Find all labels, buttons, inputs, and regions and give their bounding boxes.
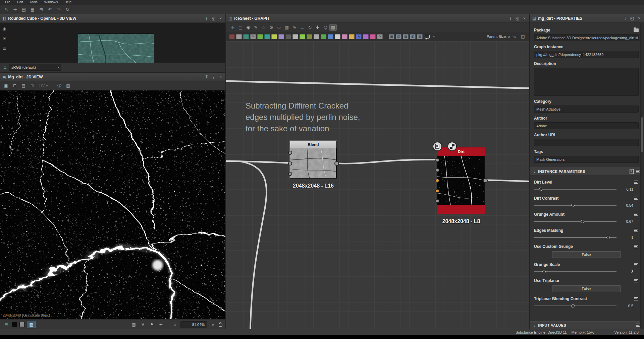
properties-scrollbar[interactable] — [640, 23, 644, 329]
panel-graph-header[interactable]: ◫ IceSheet - GRAPH ↧ ◱ × — [226, 14, 529, 23]
menu-item[interactable]: Tools — [26, 0, 40, 5]
tags-field[interactable]: Mask Generators — [534, 156, 639, 163]
pan-icon[interactable]: ✛ — [158, 322, 164, 328]
parameter-list-icon[interactable] — [636, 170, 641, 174]
sphere-node-icon[interactable] — [264, 34, 270, 39]
gray-swatch[interactable] — [19, 322, 24, 327]
bitmap-node-icon[interactable] — [229, 34, 235, 39]
dirt-level-slider[interactable] — [534, 189, 616, 190]
lock-icon[interactable] — [219, 324, 222, 327]
histogram-icon[interactable]: ▥ — [65, 83, 71, 89]
scene-tree-icon[interactable]: ≣ — [1, 46, 7, 51]
author-url-field[interactable] — [534, 139, 639, 146]
gizmo-tool-icon[interactable]: ✛ — [11, 6, 19, 13]
recompute-icon[interactable]: ↻ — [307, 24, 313, 30]
blend-input-port-2[interactable] — [288, 161, 292, 165]
channels-icon[interactable]: ≣ — [3, 322, 10, 328]
pin-icon[interactable]: ↧ — [204, 75, 209, 79]
slider-handle[interactable] — [571, 304, 575, 308]
close-icon[interactable]: × — [218, 16, 223, 21]
graph-instance-field[interactable]: pkg:///mg_dirt?dependency=1422182659 — [534, 51, 639, 58]
edges-masking-slider[interactable] — [534, 237, 616, 238]
grunge-scale-slider[interactable] — [534, 271, 616, 272]
pan-tool-icon[interactable]: ✛ — [229, 24, 236, 30]
description-textarea[interactable] — [534, 68, 639, 96]
pointer-tool-icon[interactable]: ↖ — [3, 6, 10, 13]
pink-node-icon[interactable] — [342, 34, 347, 39]
float-icon[interactable]: ◱ — [630, 16, 635, 21]
frame-all-icon[interactable]: ▢ — [237, 24, 244, 30]
function-icon[interactable] — [634, 263, 639, 267]
function-icon[interactable] — [634, 180, 639, 184]
menu-item[interactable]: Help — [61, 0, 74, 5]
graph-canvas[interactable]: Subtracting Diffirent Cracked edges mult… — [226, 41, 529, 329]
filter-icon[interactable]: ∇ — [140, 322, 146, 328]
save-image-icon[interactable]: ⊟ — [11, 83, 18, 89]
copy-image-icon[interactable]: ▣ — [3, 83, 9, 89]
grunge-amount-slider[interactable] — [534, 221, 616, 222]
dirt-output-port[interactable] — [483, 178, 488, 183]
grid-toggle-icon[interactable]: ▦ — [130, 322, 137, 328]
redo-icon[interactable]: ↷ — [55, 6, 62, 13]
wire-elbow-icon[interactable]: ∟ — [299, 24, 306, 30]
dirt-input-port-3[interactable] — [435, 179, 439, 183]
function-icon[interactable] — [634, 297, 639, 301]
light-icon[interactable]: ☀ — [1, 36, 7, 41]
panel-2d-header[interactable]: ▣ Mg_dirt - 2D VIEW ↧ ◱ × — [0, 73, 225, 81]
search-icon[interactable]: ◌ — [260, 24, 267, 30]
texture-2d-view[interactable]: 2048x2048 (Grayscale 8bpc) — [0, 90, 225, 319]
camera-icon[interactable]: ◉ — [1, 26, 7, 31]
image-view-toggle[interactable]: ▦ — [27, 321, 36, 328]
float-icon[interactable]: ◱ — [211, 16, 216, 21]
menu-item[interactable]: Windows — [41, 0, 61, 5]
curve-node-icon[interactable] — [300, 34, 305, 39]
author-field[interactable]: Adobe — [534, 122, 639, 129]
link-icon[interactable]: ∞ — [276, 24, 282, 30]
use-custom-grunge-toggle[interactable]: False — [552, 251, 621, 258]
function-icon[interactable] — [634, 228, 639, 232]
slider-handle[interactable] — [606, 236, 610, 239]
slider-handle[interactable] — [581, 220, 584, 223]
crop-node-icon[interactable]: ✕ — [250, 34, 256, 39]
dirt-contrast-slider[interactable] — [534, 205, 616, 206]
close-icon[interactable]: × — [218, 75, 223, 79]
pin-icon[interactable]: ↧ — [204, 16, 209, 21]
link-size-icon[interactable]: ∞ — [512, 33, 518, 40]
menu-item[interactable]: File — [2, 0, 13, 5]
colorspace-select[interactable]: sRGB (default) ▾ — [9, 64, 61, 71]
graph-comment[interactable]: Subtracting Diffirent Cracked edges mult… — [246, 100, 360, 134]
blend-output-port[interactable] — [334, 161, 339, 166]
align-left-icon[interactable]: ▣ — [389, 34, 394, 39]
float-icon[interactable]: ◱ — [211, 75, 216, 79]
open-folder-icon[interactable] — [634, 28, 639, 32]
pin-icon[interactable]: ↧ — [508, 16, 513, 21]
refresh-icon[interactable]: ↻ — [64, 6, 71, 13]
package-field[interactable]: Adobe Substance 3D Designer/resources/pa… — [534, 34, 639, 41]
dirt-input-port-2[interactable] — [435, 168, 439, 172]
violet-node-icon[interactable] — [363, 34, 369, 39]
snapshot-icon[interactable]: ◉ — [245, 24, 252, 30]
tile-node-icon[interactable] — [292, 34, 298, 39]
zoom-level-field[interactable]: 81.04% — [180, 321, 207, 328]
distribute-v-icon[interactable]: ▥ — [417, 34, 423, 39]
levels-node-icon[interactable] — [285, 34, 291, 39]
close-icon[interactable]: × — [637, 16, 642, 21]
flag-icon[interactable]: ⚑ — [149, 322, 155, 328]
uniform-color-node-icon[interactable] — [243, 34, 249, 39]
save-icon[interactable]: ⊟ — [38, 6, 45, 13]
function-icon[interactable] — [634, 245, 639, 249]
black-swatch[interactable] — [12, 322, 17, 327]
panel-3d-header[interactable]: ◧ Rounded Cube - OpenGL - 3D VIEW ↧ ◱ × — [0, 14, 225, 23]
input-values-header[interactable]: ∨ INPUT VALUES — [530, 321, 644, 329]
size-grid-icon[interactable]: ◫ — [520, 33, 526, 40]
category-field[interactable]: Mesh Adaptive — [534, 106, 639, 113]
warp-node-icon[interactable] — [307, 34, 312, 39]
new-package-icon[interactable]: ▤ — [20, 6, 28, 13]
function-icon[interactable] — [634, 279, 639, 283]
use-triplanar-toggle[interactable]: False — [552, 285, 621, 292]
uv-display-dropdown[interactable]: UV ▾ — [38, 83, 50, 89]
blend-input-port-1[interactable] — [288, 151, 292, 155]
node-dirt[interactable]: Dirt — [437, 147, 485, 214]
zoom-icon[interactable]: ⌕ — [210, 322, 216, 328]
focus-target-icon[interactable]: ◎ — [322, 24, 329, 30]
